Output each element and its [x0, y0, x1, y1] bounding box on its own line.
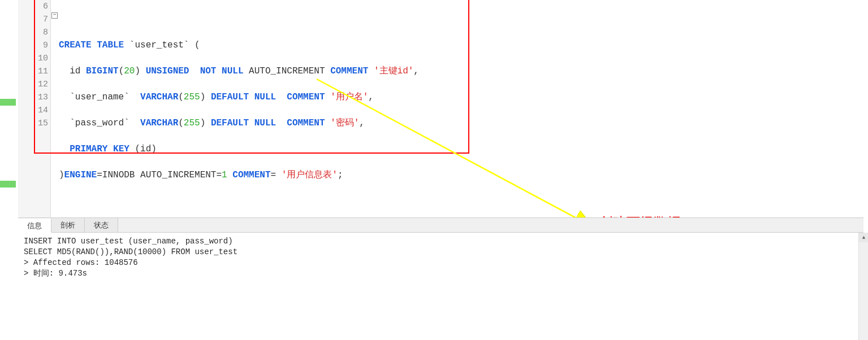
line-number: 8: [18, 26, 48, 39]
tab-status[interactable]: 状态: [85, 218, 118, 232]
line-number: 9: [18, 39, 48, 52]
results-tabs: 信息 剖析 状态: [18, 218, 863, 233]
scroll-up-icon[interactable]: ▲: [859, 233, 868, 242]
tab-info[interactable]: 信息: [18, 219, 51, 233]
editor-left-margin: [0, 0, 18, 217]
line-number: 11: [18, 65, 48, 78]
fold-column: −: [51, 0, 59, 217]
sql-editor[interactable]: 6 7 8 9 10 11 12 13 14 15 − CREATE TABLE…: [0, 0, 868, 217]
line-number: 14: [18, 104, 48, 117]
line-number: 10: [18, 52, 48, 65]
tab-profile[interactable]: 剖析: [51, 218, 85, 232]
results-panel: 信息 剖析 状态 INSERT INTO user_test (user_nam…: [18, 217, 863, 340]
change-marker: [0, 99, 16, 106]
line-number: 12: [18, 78, 48, 91]
line-number: 7: [18, 13, 48, 26]
line-number: 15: [18, 117, 48, 130]
change-marker: [0, 181, 16, 188]
line-number: 13: [18, 91, 48, 104]
line-number: 6: [18, 0, 48, 13]
vertical-scrollbar[interactable]: ▲: [858, 233, 868, 340]
line-number-gutter: 6 7 8 9 10 11 12 13 14 15: [18, 0, 51, 217]
fold-toggle-icon[interactable]: −: [51, 12, 58, 19]
code-area[interactable]: CREATE TABLE `user_test` ( id BIGINT(20)…: [59, 0, 868, 217]
output-text[interactable]: INSERT INTO user_test (user_name, pass_w…: [18, 233, 863, 282]
